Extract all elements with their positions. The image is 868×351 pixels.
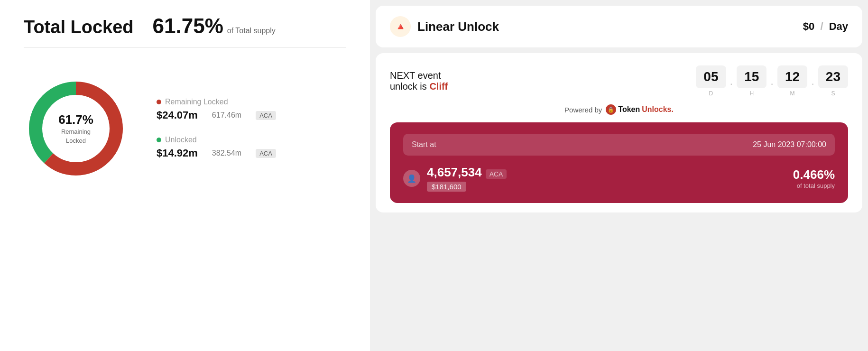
- donut-chart: 61.7% RemainingLocked: [24, 76, 128, 181]
- locked-usd: $24.07m: [157, 109, 198, 121]
- tu-text-red: Unlocks.: [642, 105, 674, 114]
- token-unlocks-logo: 🔒 TokenUnlocks.: [606, 104, 674, 115]
- token-amount-main: 4,657,534 ACA: [427, 165, 507, 180]
- right-panel: 🔺 Linear Unlock $0 / Day NEXT eventunloc…: [370, 0, 868, 351]
- linear-unlock-left: 🔺 Linear Unlock: [390, 16, 499, 37]
- locked-label: Remaining Locked: [165, 98, 228, 106]
- cliff-label: Cliff: [429, 81, 448, 92]
- countdown-sep-1: ·: [730, 77, 733, 97]
- linear-unlock-title: Linear Unlock: [417, 19, 499, 34]
- legend-label-row-locked: Remaining Locked: [157, 98, 276, 106]
- token-info-left: 👤 4,657,534 ACA $181,600: [403, 165, 507, 192]
- linear-unlock-card: 🔺 Linear Unlock $0 / Day: [376, 6, 862, 47]
- token-avatar: 👤: [403, 170, 420, 187]
- unlocked-label: Unlocked: [165, 136, 197, 144]
- locked-tokens: 617.46m: [212, 111, 241, 120]
- powered-by-row: Powered by 🔒 TokenUnlocks.: [390, 104, 848, 115]
- start-at-date: 25 Jun 2023 07:00:00: [753, 140, 826, 149]
- linear-unlock-rate: $0 / Day: [803, 20, 848, 33]
- token-supply-percent: 0.466%: [793, 167, 835, 182]
- unlock-icon: 🔺: [390, 16, 411, 37]
- token-supply-label: of total supply: [793, 182, 835, 189]
- left-header: Total Locked 61.75% of Total supply: [24, 14, 346, 48]
- token-info-row: 👤 4,657,534 ACA $181,600 0.466% of total…: [403, 165, 835, 192]
- locked-symbol: ACA: [256, 111, 276, 120]
- powered-by-label: Powered by: [564, 106, 602, 114]
- countdown-sep-2: ·: [770, 77, 774, 97]
- unlocked-usd: $14.92m: [157, 147, 198, 159]
- next-event-top: NEXT eventunlock is Cliff 05 D · 15 H · …: [390, 65, 848, 97]
- token-amount-num: 4,657,534: [427, 165, 482, 180]
- rate-separator: /: [820, 20, 823, 32]
- countdown: 05 D · 15 H · 12 M · 23 S: [696, 65, 848, 97]
- start-at-row: Start at 25 Jun 2023 07:00:00: [403, 134, 835, 156]
- next-event-card: NEXT eventunlock is Cliff 05 D · 15 H · …: [376, 53, 862, 212]
- tu-text-black: Token: [618, 105, 640, 114]
- locked-dot: [157, 100, 161, 104]
- donut-center-percent: 61.7%: [58, 112, 93, 127]
- next-event-label: NEXT eventunlock is Cliff: [390, 70, 448, 92]
- unlocked-symbol: ACA: [256, 149, 276, 158]
- supply-label: of Total supply: [227, 27, 276, 35]
- left-panel: Total Locked 61.75% of Total supply 61.7…: [0, 0, 370, 351]
- legend-item-unlocked: Unlocked $14.92m 382.54m ACA: [157, 136, 276, 159]
- donut-center-label: RemainingLocked: [61, 128, 91, 144]
- token-amount-symbol: ACA: [486, 169, 507, 179]
- tu-icon: 🔒: [606, 104, 616, 115]
- supply-info: 61.75% of Total supply: [153, 14, 276, 38]
- red-card: Start at 25 Jun 2023 07:00:00 👤 4,657,53…: [390, 122, 848, 203]
- unlocked-tokens: 382.54m: [212, 149, 241, 157]
- unlocked-value-row: $14.92m 382.54m ACA: [157, 147, 276, 159]
- legend: Remaining Locked $24.07m 617.46m ACA Unl…: [157, 98, 276, 159]
- countdown-hours: 15 H: [737, 65, 766, 97]
- start-at-label: Start at: [412, 140, 436, 149]
- legend-label-row-unlocked: Unlocked: [157, 136, 276, 144]
- countdown-sep-3: ·: [811, 77, 814, 97]
- countdown-days: 05 D: [696, 65, 726, 97]
- token-amount-block: 4,657,534 ACA $181,600: [427, 165, 507, 192]
- countdown-minutes: 12 M: [777, 65, 807, 97]
- legend-item-locked: Remaining Locked $24.07m 617.46m ACA: [157, 98, 276, 121]
- chart-section: 61.7% RemainingLocked Remaining Locked $…: [24, 76, 346, 181]
- locked-value-row: $24.07m 617.46m ACA: [157, 109, 276, 121]
- donut-center: 61.7% RemainingLocked: [58, 112, 93, 145]
- token-supply-block: 0.466% of total supply: [793, 167, 835, 189]
- countdown-seconds: 23 S: [818, 65, 848, 97]
- token-usd-value: $181,600: [427, 182, 466, 192]
- total-locked-title: Total Locked: [24, 17, 134, 37]
- supply-percent: 61.75%: [153, 14, 223, 38]
- unlocked-dot: [157, 138, 161, 142]
